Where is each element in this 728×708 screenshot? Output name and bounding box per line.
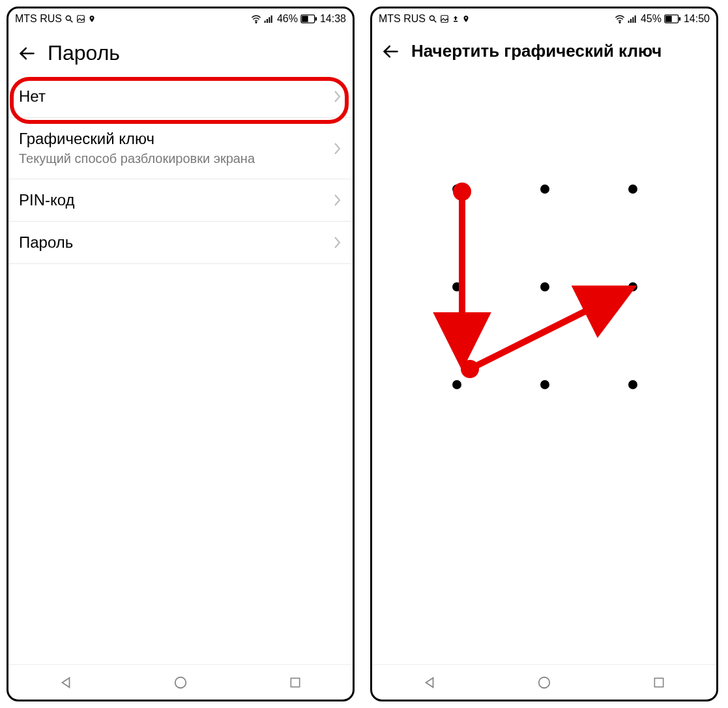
svg-point-0 xyxy=(66,16,70,20)
svg-line-17 xyxy=(434,20,437,23)
pattern-content xyxy=(372,72,716,664)
chevron-right-icon xyxy=(333,194,342,207)
chevron-right-icon xyxy=(333,236,342,249)
signal-icon xyxy=(628,14,638,23)
svg-point-21 xyxy=(619,22,620,23)
option-pin[interactable]: PIN-код xyxy=(8,179,353,222)
option-title: PIN-код xyxy=(19,191,75,209)
signal-icon xyxy=(264,14,274,23)
svg-marker-34 xyxy=(426,677,433,687)
svg-rect-27 xyxy=(665,16,672,22)
location-icon xyxy=(462,14,470,23)
image-icon xyxy=(76,14,85,23)
svg-line-33 xyxy=(475,292,624,366)
svg-rect-8 xyxy=(271,16,272,23)
clock-time: 14:38 xyxy=(320,13,346,25)
status-bar: MTS RUS 46% 14:38 xyxy=(8,8,353,29)
svg-rect-5 xyxy=(265,21,266,23)
svg-rect-23 xyxy=(630,19,632,23)
battery-percent: 45% xyxy=(641,13,662,25)
svg-rect-19 xyxy=(454,21,458,22)
battery-icon xyxy=(664,14,681,23)
svg-rect-7 xyxy=(269,17,270,23)
svg-rect-24 xyxy=(632,17,633,23)
svg-point-35 xyxy=(539,677,550,688)
svg-marker-13 xyxy=(63,677,70,687)
battery-percent: 46% xyxy=(277,13,298,25)
clock-time: 14:50 xyxy=(684,13,710,25)
svg-point-3 xyxy=(91,17,93,19)
carrier-label: MTS RUS xyxy=(379,13,426,25)
back-button[interactable] xyxy=(18,44,36,63)
status-bar: MTS RUS 45% 14:50 xyxy=(372,8,716,29)
svg-rect-36 xyxy=(654,678,663,686)
pattern-grid[interactable] xyxy=(372,137,716,528)
svg-rect-6 xyxy=(267,19,268,23)
nav-recent[interactable] xyxy=(279,670,312,696)
search-icon xyxy=(428,14,437,23)
battery-icon xyxy=(300,14,317,23)
image-icon xyxy=(440,14,449,23)
options-list: Нет Графический ключ Текущий способ разб… xyxy=(8,76,353,664)
svg-point-16 xyxy=(430,16,434,20)
svg-point-20 xyxy=(465,17,467,19)
nav-back[interactable] xyxy=(50,670,82,696)
page-title: Начертить графический ключ xyxy=(411,41,662,61)
svg-rect-10 xyxy=(302,16,308,22)
svg-rect-28 xyxy=(678,17,680,20)
option-none[interactable]: Нет xyxy=(8,76,353,118)
search-icon xyxy=(65,14,74,23)
chevron-right-icon xyxy=(333,90,342,103)
page-header: Начертить графический ключ xyxy=(372,29,716,72)
location-icon xyxy=(88,14,96,23)
upload-icon xyxy=(452,14,459,23)
nav-home[interactable] xyxy=(164,670,197,696)
svg-point-14 xyxy=(175,677,186,688)
chevron-right-icon xyxy=(333,142,342,155)
option-subtitle: Текущий способ разблокировки экрана xyxy=(19,151,255,167)
option-title: Нет xyxy=(19,87,46,106)
svg-rect-15 xyxy=(291,678,299,686)
wifi-icon xyxy=(615,14,625,23)
svg-rect-22 xyxy=(628,21,630,23)
svg-line-1 xyxy=(70,20,73,23)
svg-point-4 xyxy=(255,22,257,23)
svg-rect-25 xyxy=(635,16,636,23)
option-password[interactable]: Пароль xyxy=(8,222,353,264)
pattern-annotation-overlay xyxy=(372,137,716,528)
nav-home[interactable] xyxy=(528,670,561,696)
page-header: Пароль xyxy=(8,29,353,76)
nav-recent[interactable] xyxy=(643,670,675,696)
wifi-icon xyxy=(251,14,261,23)
nav-bar xyxy=(8,664,353,700)
option-title: Пароль xyxy=(19,233,73,252)
carrier-label: MTS RUS xyxy=(15,13,62,25)
option-pattern[interactable]: Графический ключ Текущий способ разблоки… xyxy=(8,118,353,179)
svg-rect-11 xyxy=(315,17,317,20)
page-title: Пароль xyxy=(48,41,120,65)
phone-screen-2: MTS RUS 45% 14:50 xyxy=(370,7,718,701)
nav-bar xyxy=(372,664,716,700)
nav-back[interactable] xyxy=(413,670,446,696)
option-title: Графический ключ xyxy=(19,130,255,148)
phone-screen-1: MTS RUS 46% 14:38 xyxy=(7,7,355,701)
back-button[interactable] xyxy=(381,42,400,61)
